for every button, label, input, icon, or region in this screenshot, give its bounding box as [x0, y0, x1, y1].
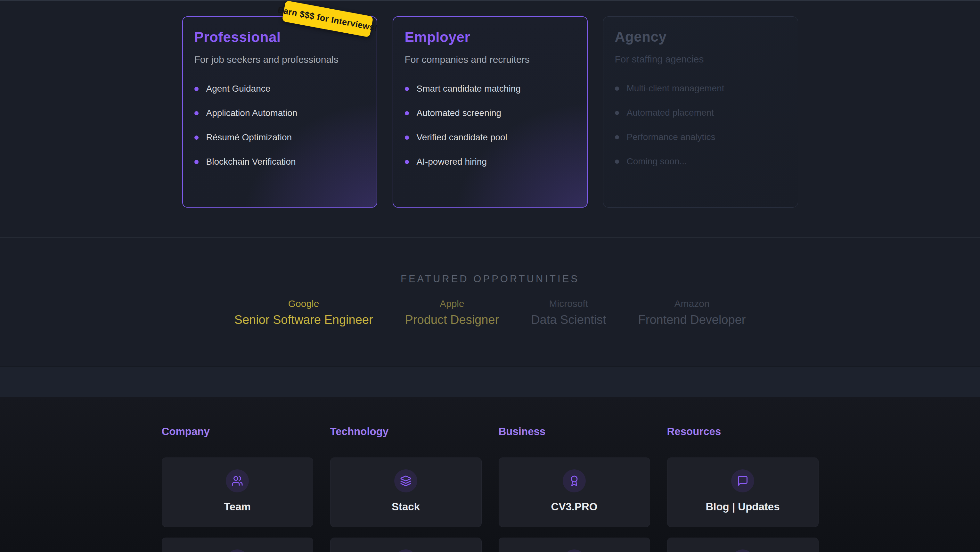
hidden-icon: [731, 549, 754, 552]
bullet-dot-icon: [194, 111, 199, 115]
plans-row: Professional For job seekers and profess…: [0, 1, 980, 207]
footer-heading: Resources: [667, 426, 819, 438]
footer-column-business: Business CV3.PRO: [499, 426, 650, 552]
footer-column-resources: Resources Blog | Updates: [667, 426, 819, 552]
footer-card-partial[interactable]: [667, 538, 819, 552]
job-item-microsoft[interactable]: Microsoft Data Scientist: [531, 298, 606, 327]
footer-card-partial[interactable]: [499, 538, 650, 552]
plan-title: Agency: [615, 29, 786, 45]
hidden-icon: [563, 549, 586, 552]
footer-heading: Company: [162, 426, 313, 438]
hidden-icon: [226, 549, 249, 552]
bullet-dot-icon: [615, 86, 619, 91]
footer-card-stack[interactable]: Stack: [330, 458, 482, 527]
footer-card-label: Blog | Updates: [706, 501, 780, 513]
footer-column-technology: Technology Stack: [330, 426, 482, 552]
footer-heading: Business: [499, 426, 650, 438]
plan-feature: Verified candidate pool: [405, 132, 576, 142]
plan-subtitle: For companies and recruiters: [405, 54, 576, 65]
plan-subtitle: For staffing agencies: [615, 54, 786, 65]
plan-feature-list: Agent Guidance Application Automation Ré…: [194, 84, 365, 167]
divider-strip: [0, 367, 980, 397]
bullet-dot-icon: [405, 87, 409, 91]
bullet-dot-icon: [405, 111, 409, 115]
plan-title: Employer: [405, 29, 576, 45]
plan-subtitle: For job seekers and professionals: [194, 54, 365, 65]
job-role: Product Designer: [405, 313, 499, 327]
job-role: Data Scientist: [531, 313, 606, 327]
plan-feature: Multi-client management: [615, 83, 786, 94]
bullet-dot-icon: [615, 160, 619, 164]
award-icon: [563, 469, 586, 492]
layers-icon: [394, 469, 417, 492]
footer-heading: Technology: [330, 426, 482, 438]
footer-card-team[interactable]: Team: [162, 458, 313, 527]
bullet-dot-icon: [405, 160, 409, 164]
job-company: Microsoft: [531, 298, 606, 309]
plan-feature: Agent Guidance: [194, 84, 365, 94]
plan-feature: Blockchain Verification: [194, 157, 365, 167]
users-icon: [226, 469, 249, 492]
persona-section: Earn $$$ for Interviews! Professional Fo…: [0, 0, 980, 238]
hidden-icon: [394, 549, 417, 552]
bullet-dot-icon: [194, 87, 199, 91]
bullet-dot-icon: [615, 111, 619, 115]
bullet-dot-icon: [194, 136, 199, 140]
plan-card-employer[interactable]: Employer For companies and recruiters Sm…: [393, 16, 588, 207]
footer-card-label: Stack: [392, 501, 420, 513]
bullet-dot-icon: [194, 160, 199, 164]
footer-section: Company Team Technology Stack: [0, 397, 980, 552]
footer-card-blog[interactable]: Blog | Updates: [667, 458, 819, 527]
job-company: Google: [234, 298, 373, 309]
plan-feature-list: Multi-client management Automated placem…: [615, 83, 786, 167]
plan-card-agency: Agency For staffing agencies Multi-clien…: [603, 16, 798, 207]
plan-feature: AI-powered hiring: [405, 157, 576, 167]
plan-card-professional[interactable]: Professional For job seekers and profess…: [182, 16, 377, 207]
bullet-dot-icon: [405, 136, 409, 140]
footer-card-label: Team: [224, 501, 251, 513]
plan-feature: Application Automation: [194, 108, 365, 118]
bullet-dot-icon: [615, 135, 619, 139]
plan-feature: Coming soon...: [615, 156, 786, 167]
job-company: Amazon: [638, 298, 746, 309]
job-role: Senior Software Engineer: [234, 313, 373, 327]
footer-grid: Company Team Technology Stack: [0, 426, 980, 552]
chat-icon: [731, 469, 754, 492]
jobs-carousel: Google Senior Software Engineer Apple Pr…: [0, 298, 980, 327]
footer-card-partial[interactable]: [330, 538, 482, 552]
footer-column-company: Company Team: [162, 426, 313, 552]
plan-feature-list: Smart candidate matching Automated scree…: [405, 84, 576, 167]
plan-feature: Automated placement: [615, 108, 786, 118]
footer-card-label: CV3.PRO: [551, 501, 598, 513]
plan-feature: Performance analytics: [615, 132, 786, 142]
featured-section: FEATURED OPPORTUNITIES Google Senior Sof…: [0, 238, 980, 366]
featured-heading: FEATURED OPPORTUNITIES: [0, 273, 980, 285]
job-role: Frontend Developer: [638, 313, 746, 327]
plan-feature: Automated screening: [405, 108, 576, 118]
job-company: Apple: [405, 298, 499, 309]
footer-card-partial[interactable]: [162, 538, 313, 552]
plan-feature: Smart candidate matching: [405, 84, 576, 94]
job-item-google[interactable]: Google Senior Software Engineer: [234, 298, 373, 327]
job-item-apple[interactable]: Apple Product Designer: [405, 298, 499, 327]
plan-feature: Résumé Optimization: [194, 132, 365, 142]
footer-card-cv3pro[interactable]: CV3.PRO: [499, 458, 650, 527]
job-item-amazon[interactable]: Amazon Frontend Developer: [638, 298, 746, 327]
